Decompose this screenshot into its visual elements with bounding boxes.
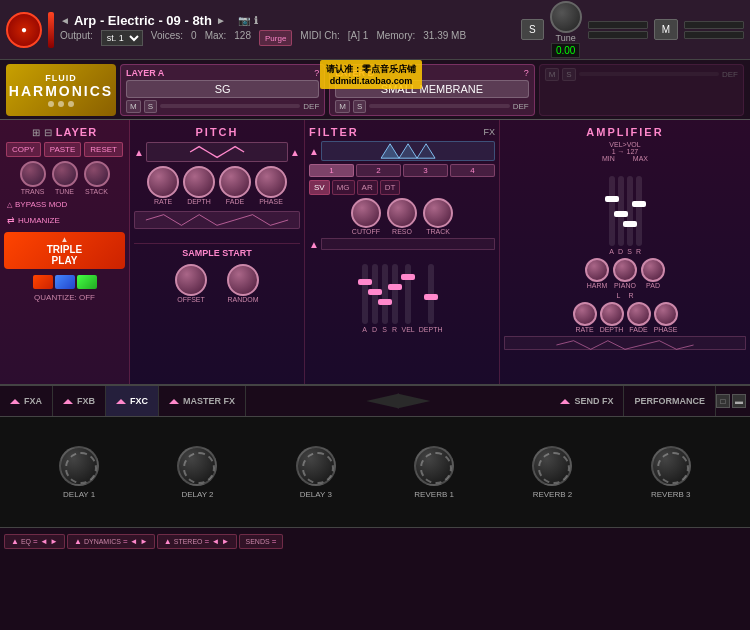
amp-bottom-row: RATE DEPTH FADE PHASE — [504, 302, 746, 333]
filter-tab-2[interactable]: 2 — [356, 164, 401, 177]
amp-rate-knob[interactable] — [573, 302, 597, 326]
performance-tab[interactable]: PERFORMANCE — [624, 386, 716, 416]
stack-knob-container: STACK — [84, 161, 110, 195]
fx-minimize-btn[interactable]: □ — [716, 394, 730, 408]
send-fx-tab[interactable]: SEND FX — [550, 386, 624, 416]
amp-fade-knob[interactable] — [627, 302, 651, 326]
eq-btn[interactable]: ▲ EQ = ◄ ► — [4, 534, 65, 549]
amp-phase-knob[interactable] — [654, 302, 678, 326]
layer-a-s-btn[interactable]: S — [144, 100, 157, 113]
delay1-knob[interactable] — [59, 446, 99, 486]
random-knob[interactable] — [227, 264, 259, 296]
fx-close-btn[interactable]: ▬ — [732, 394, 746, 408]
midi-label: MIDI Ch: — [300, 30, 339, 46]
copy-button[interactable]: COPY — [6, 142, 41, 157]
filter-tab-4[interactable]: 4 — [450, 164, 495, 177]
fxb-label: FXB — [77, 396, 95, 406]
pitch-depth-knob[interactable] — [183, 166, 215, 198]
piano-label: PIANO — [614, 282, 636, 289]
output-select[interactable]: st. 1 — [101, 30, 143, 46]
piano-knob[interactable] — [613, 258, 637, 282]
filter-r-fader: R — [392, 264, 398, 333]
filter-panel: FILTER FX ▲ 1 2 3 4 SV MG AR DT — [305, 120, 500, 384]
stereo-btn[interactable]: ▲ STEREO = ◄ ► — [157, 534, 237, 549]
fluid-brand: FLUID — [45, 73, 77, 83]
cutoff-knob[interactable] — [351, 198, 381, 228]
reverb2-knob[interactable] — [532, 446, 572, 486]
vel-min: 1 — [612, 148, 616, 155]
filter-tab-1[interactable]: 1 — [309, 164, 354, 177]
fxc-label: FXC — [130, 396, 148, 406]
harm-knob[interactable] — [585, 258, 609, 282]
layer-a-m-btn[interactable]: M — [126, 100, 141, 113]
filter-dt-btn[interactable]: DT — [380, 180, 401, 195]
tune-knob-layer[interactable] — [52, 161, 78, 187]
paste-button[interactable]: PASTE — [44, 142, 82, 157]
delay2-knob[interactable] — [177, 446, 217, 486]
filter-tab-3[interactable]: 3 — [403, 164, 448, 177]
filter-mg-btn[interactable]: MG — [332, 180, 355, 195]
harm-pad-row: HARM PIANO PAD — [504, 258, 746, 289]
amp-s-label: S — [627, 248, 632, 255]
offset-knob[interactable] — [175, 264, 207, 296]
reset-button[interactable]: RESET — [84, 142, 123, 157]
fx-bar: FXA FXB FXC MASTER FX SEND FX PERFORMANC… — [0, 385, 750, 417]
delay3-item: DELAY 3 — [296, 446, 336, 499]
track-knob[interactable] — [423, 198, 453, 228]
bypass-row: △ BYPASS MOD — [4, 199, 125, 210]
logo: ● — [6, 12, 42, 48]
s-button[interactable]: S — [521, 19, 544, 40]
offset-label: OFFSET — [177, 296, 205, 303]
top-bar: ● ◄ Arp - Electric - 09 - 8th ► 📷 ℹ Outp… — [0, 0, 750, 60]
reso-knob[interactable] — [387, 198, 417, 228]
m-button[interactable]: M — [654, 19, 678, 40]
filter-a-fader: A — [362, 264, 368, 333]
bypass-label: BYPASS MOD — [15, 200, 67, 209]
reverb3-label: REVERB 3 — [651, 490, 691, 499]
color-sq-1[interactable] — [33, 275, 53, 289]
purge-button[interactable]: Purge — [259, 30, 292, 46]
fxc-tab[interactable]: FXC — [106, 386, 159, 416]
sends-btn[interactable]: SENDS = — [239, 534, 284, 549]
tune-knob[interactable] — [550, 1, 582, 33]
layer-c-s-btn[interactable]: S — [562, 68, 575, 81]
fxb-tab[interactable]: FXB — [53, 386, 106, 416]
reverb1-knob[interactable] — [414, 446, 454, 486]
layer-b-s-btn[interactable]: S — [353, 100, 366, 113]
master-fx-tab[interactable]: MASTER FX — [159, 386, 246, 416]
pad-knob[interactable] — [641, 258, 665, 282]
layer-b-m-btn[interactable]: M — [335, 100, 350, 113]
layer-a-preset[interactable]: SG — [126, 80, 319, 98]
layer-c-box: M S DEF — [539, 64, 744, 116]
filter-sv-btn[interactable]: SV — [309, 180, 330, 195]
pitch-phase-knob[interactable] — [255, 166, 287, 198]
pitch-fade-knob[interactable] — [219, 166, 251, 198]
eq-label: EQ — [21, 538, 31, 545]
color-sq-2[interactable] — [55, 275, 75, 289]
layer-c-m-btn[interactable]: M — [545, 68, 560, 81]
reverb3-knob[interactable] — [651, 446, 691, 486]
pad-knob-container: PAD — [641, 258, 665, 289]
track-knob-container: TRACK — [423, 198, 453, 235]
trans-knob[interactable] — [20, 161, 46, 187]
max-label: Max: — [205, 30, 227, 46]
color-sq-3[interactable] — [77, 275, 97, 289]
svg-marker-1 — [399, 144, 417, 158]
midi-value: [A] 1 — [348, 30, 369, 46]
pitch-rate-knob[interactable] — [147, 166, 179, 198]
delay3-knob[interactable] — [296, 446, 336, 486]
layer-c-def: DEF — [722, 70, 738, 79]
amp-panel: AMPLIFIER VEL>VOL 1 → 127 MIN MAX A D S — [500, 120, 750, 384]
vel-vol-label: VEL>VOL — [609, 141, 640, 148]
vel-section: VEL>VOL 1 → 127 MIN MAX — [504, 141, 746, 162]
sends-label: SENDS — [246, 538, 270, 545]
stack-knob[interactable] — [84, 161, 110, 187]
fx-diamond — [246, 393, 550, 409]
piano-knob-container: PIANO — [613, 258, 637, 289]
dynamics-btn[interactable]: ▲ DYNAMICS = ◄ ► — [67, 534, 155, 549]
filter-ar-btn[interactable]: AR — [357, 180, 378, 195]
max-value: 128 — [234, 30, 251, 46]
fxa-tab[interactable]: FXA — [0, 386, 53, 416]
reverb1-label: REVERB 1 — [414, 490, 454, 499]
amp-depth-knob[interactable] — [600, 302, 624, 326]
